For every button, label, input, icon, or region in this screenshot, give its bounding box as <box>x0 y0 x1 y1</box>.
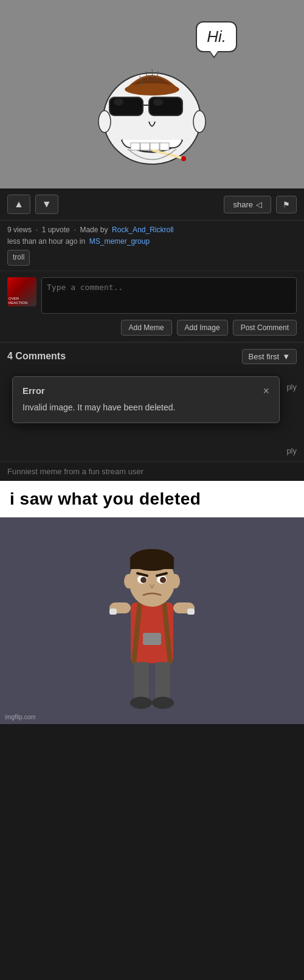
downvote-button[interactable]: ▼ <box>35 195 58 214</box>
share-button[interactable]: share ◁ <box>224 196 271 213</box>
error-modal-header: Error × <box>22 385 269 396</box>
svg-rect-8 <box>150 143 159 150</box>
made-by-label: Made by <box>80 226 108 234</box>
partial-comment-text: Funniest meme from a fun stream user <box>7 467 143 476</box>
comment-buttons: Add Meme Add Image Post Comment <box>41 320 297 336</box>
error-message: Invalid image. It may have been deleted. <box>22 401 269 414</box>
svg-point-12 <box>125 83 179 95</box>
user-avatar: OVERREACTION <box>7 277 36 306</box>
svg-rect-26 <box>130 557 174 569</box>
speech-bubble: Hi. <box>196 21 237 52</box>
upvote-icon: ▲ <box>14 199 24 209</box>
post-comment-label: Post Comment <box>241 323 289 332</box>
svg-rect-7 <box>140 143 150 150</box>
post-comment-button[interactable]: Post Comment <box>233 320 297 336</box>
partial-comment: Funniest meme from a fun stream user <box>0 461 304 481</box>
comment-box: Add Meme Add Image Post Comment <box>41 277 297 336</box>
svg-point-17 <box>98 111 111 133</box>
svg-rect-9 <box>160 143 169 150</box>
svg-point-18 <box>193 111 206 133</box>
comments-header: 4 Comments Best first ▼ <box>0 342 304 370</box>
add-meme-label: Add Meme <box>129 323 164 332</box>
troll-face-svg <box>91 52 213 173</box>
flag-icon: ⚑ <box>283 200 290 209</box>
author-link[interactable]: Rock_And_Rickroll <box>112 226 173 234</box>
troll-face-container: Hi. <box>61 9 243 179</box>
comments-count: 4 Comments <box>7 351 66 362</box>
svg-point-30 <box>160 577 166 583</box>
error-modal: Error × Invalid image. It may have been … <box>12 376 280 423</box>
bottom-text-meme: i saw what you deleted <box>0 481 304 517</box>
upvote-button[interactable]: ▲ <box>7 195 30 214</box>
bottom-image: imgflip.com <box>0 517 304 724</box>
add-meme-button[interactable]: Add Meme <box>121 320 172 336</box>
group-link[interactable]: MS_memer_group <box>89 237 150 246</box>
svg-point-5 <box>153 98 163 106</box>
add-image-label: Add Image <box>185 323 220 332</box>
downvote-icon: ▼ <box>42 199 52 209</box>
error-close-button[interactable]: × <box>263 385 269 396</box>
svg-rect-22 <box>143 633 161 645</box>
flag-button[interactable]: ⚑ <box>276 196 297 213</box>
comment-textarea[interactable] <box>41 277 297 314</box>
reply-text-2[interactable]: ply <box>286 446 297 455</box>
svg-rect-38 <box>155 662 170 702</box>
top-meme-image: Hi. <box>0 0 304 188</box>
svg-point-33 <box>124 574 134 588</box>
error-title: Error <box>22 385 45 396</box>
sort-label: Best first <box>249 352 280 361</box>
svg-point-39 <box>130 697 152 709</box>
svg-rect-41 <box>109 609 117 615</box>
meta-info: 9 views · 1 upvote · Made by Rock_And_Ri… <box>0 221 304 271</box>
reply-text-1[interactable]: ply <box>286 382 297 392</box>
share-icon: ◁ <box>256 200 262 209</box>
svg-point-34 <box>170 574 180 588</box>
add-image-button[interactable]: Add Image <box>177 320 228 336</box>
error-modal-wrapper: Error × Invalid image. It may have been … <box>0 370 304 461</box>
views-count: 9 views <box>7 226 32 234</box>
svg-rect-42 <box>187 609 195 615</box>
sort-dropdown[interactable]: Best first ▼ <box>242 349 297 364</box>
bottom-meme-text: i saw what you deleted <box>10 489 201 508</box>
imgflip-watermark: imgflip.com <box>5 714 36 720</box>
svg-rect-1 <box>109 97 143 116</box>
svg-point-11 <box>181 156 186 161</box>
upvotes-count: 1 upvote <box>42 226 70 234</box>
share-label: share <box>233 200 253 209</box>
time-label: less than an hour ago in <box>7 237 85 246</box>
avatar-text: OVERREACTION <box>9 297 27 305</box>
speech-text: Hi. <box>207 27 226 46</box>
scout-svg <box>91 523 213 718</box>
svg-rect-2 <box>149 97 182 116</box>
svg-rect-37 <box>134 662 149 702</box>
action-bar: ▲ ▼ share ◁ ⚑ <box>0 188 304 221</box>
svg-point-29 <box>140 577 147 583</box>
svg-point-4 <box>114 98 123 106</box>
tag-badge[interactable]: troll <box>7 250 30 265</box>
svg-point-40 <box>152 697 174 709</box>
svg-rect-6 <box>131 143 140 150</box>
comment-input-area: OVERREACTION Add Meme Add Image Post Com… <box>0 271 304 342</box>
sort-arrow-icon: ▼ <box>282 352 290 361</box>
